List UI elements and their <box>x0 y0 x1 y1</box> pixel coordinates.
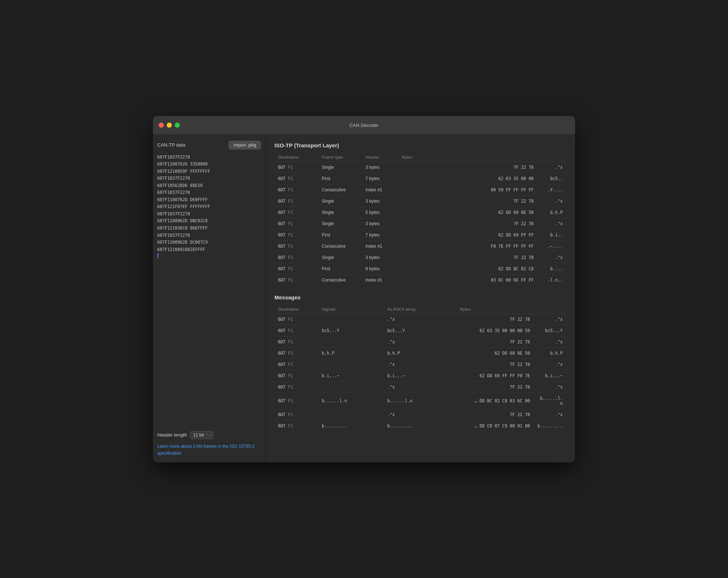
header-cell: Index #1 <box>362 240 398 252</box>
msg-ascii-str-cell: ."x <box>384 314 456 325</box>
col-header-bytes: Bytes <box>398 153 537 162</box>
dest-cell: 607 F1 <box>274 274 318 286</box>
table-row: 607 F1 b.i...~ b.i...~ 62 DD 69 FF FF F0… <box>274 370 566 381</box>
table-row: 607 F1 Single 3 bytes 7F 22 78 ."x <box>274 195 566 207</box>
bytes-cell: 7F 22 78 <box>398 162 537 173</box>
messages-section-title: Messages <box>274 294 566 300</box>
msg-ascii-str-cell: ."x <box>384 409 456 420</box>
dest-sub: F1 <box>288 199 293 204</box>
msg-dest-cell: 607 F1 <box>274 314 318 325</box>
window-title: CAN Decoder <box>349 123 379 128</box>
msg-signals-cell: b.i...~ <box>318 370 384 381</box>
frametype-cell: Single <box>318 252 362 263</box>
dest-main: 607 <box>278 362 285 367</box>
header-length-select-wrapper: 11 bit 29 bit ⌃⌄ <box>190 431 213 439</box>
table-row: 607 F1 Single 3 bytes 7F 22 78 ."x <box>274 218 566 229</box>
table-row: 607 F1 ."x 7F 22 78 ."x <box>274 359 566 370</box>
msg-bytes-cell: 7F 22 78 <box>456 336 534 347</box>
msg-bytes-cell: 7F 22 78 <box>456 381 534 392</box>
iso-tp-section-title: ISO-TP (Transport Layer) <box>274 142 566 148</box>
header-length-row: Header length 11 bit 29 bit ⌃⌄ <box>157 431 261 439</box>
header-length-label: Header length <box>157 432 187 438</box>
frametype-cell: Single <box>318 218 362 229</box>
ascii-cell: b.h.P <box>537 207 566 218</box>
maximize-button[interactable] <box>175 123 180 128</box>
table-row: 607 F1 First 7 bytes 62 63 35 00 00 bc5.… <box>274 173 566 184</box>
col-header-ascii <box>537 153 566 162</box>
msg-dest-cell: 607 F1 <box>274 347 318 359</box>
sidebar-footer: Header length 11 bit 29 bit ⌃⌄ Learn mor… <box>157 431 261 457</box>
msg-ascii-cell: b......l. n <box>534 392 566 409</box>
msg-signals-cell: bc5...Y <box>318 325 384 336</box>
dest-sub: F1 <box>288 278 293 283</box>
dest-cell: 607 F1 <box>274 207 318 218</box>
main-panel: ISO-TP (Transport Layer) Destination Fra… <box>266 135 575 462</box>
list-item: 607F1100962D DBC02C8 <box>157 218 261 225</box>
dest-main: 607 <box>278 278 285 283</box>
ascii-cell: b.... <box>537 263 566 274</box>
frametype-cell: First <box>318 229 362 240</box>
msg-bytes-cell: … DD BC 02 C8 03 6C 00 <box>456 392 534 409</box>
window-controls <box>159 123 180 128</box>
table-row: 607 F1 b......... b......... … DD C0 07 … <box>274 420 566 431</box>
table-row: 607 F1 b......l.n b......l.n … DD BC 02 … <box>274 392 566 409</box>
titlebar: CAN Decoder <box>153 116 575 135</box>
dest-main: 607 <box>278 384 285 390</box>
table-row: 607 F1 Consecutive Index #1 00 59 FF FF … <box>274 184 566 195</box>
frametype-cell: Single <box>318 162 362 173</box>
msg-dest-cell: 607 F1 <box>274 336 318 347</box>
close-button[interactable] <box>159 123 164 128</box>
dest-main: 607 <box>278 165 285 170</box>
dest-main: 607 <box>278 199 285 204</box>
msg-ascii-cell: ."x <box>534 336 566 347</box>
bytes-cell: 62 63 35 00 00 <box>398 173 537 184</box>
minimize-button[interactable] <box>167 123 172 128</box>
dest-sub: F1 <box>288 398 293 403</box>
learn-more-link[interactable]: Learn more about CAN frames in the ISO 1… <box>157 444 254 456</box>
dest-main: 607 <box>278 317 285 322</box>
msg-signals-cell <box>318 314 384 325</box>
msg-col-bytes: Bytes <box>456 305 534 314</box>
list-item: 607F10562DD6 88E50 <box>157 182 261 190</box>
msg-bytes-cell: 62 DD 68 8E 50 <box>456 347 534 359</box>
frametype-cell: Single <box>318 195 362 207</box>
msg-signals-cell <box>318 381 384 392</box>
table-row: 607 F1 Consecutive Index #1 03 6C 00 6E … <box>274 274 566 286</box>
msg-col-signals: Signals <box>318 305 384 314</box>
msg-ascii-str-cell: b......l.n <box>384 392 456 409</box>
msg-dest-cell: 607 F1 <box>274 392 318 409</box>
dest-main: 607 <box>278 423 285 428</box>
msg-dest-cell: 607 F1 <box>274 381 318 392</box>
frametype-cell: Consecutive <box>318 240 362 252</box>
dest-sub: F1 <box>288 317 293 322</box>
table-row: 607 F1 ."x 7F 22 78 ."x <box>274 409 566 420</box>
list-item: 607F121F07EF FFFFFFFF <box>157 203 261 211</box>
msg-col-ascii <box>534 305 566 314</box>
table-row: 607 F1 ."x 7F 22 78 ."x <box>274 381 566 392</box>
dest-sub: F1 <box>288 165 293 170</box>
dest-sub: F1 <box>288 339 293 344</box>
bytes-cell: 62 DD 69 FF FF <box>398 229 537 240</box>
frametype-cell: Consecutive <box>318 274 362 286</box>
data-list: 607F1037F2278 607F11007626 3350000 607F1… <box>157 154 261 427</box>
msg-col-destination: Destination <box>274 305 318 314</box>
col-header-frametype: Frame type <box>318 153 362 162</box>
dest-main: 607 <box>278 351 285 356</box>
table-row: 607 F1 First 9 bytes 62 DD BC 02 C8 b...… <box>274 263 566 274</box>
header-cell: 7 bytes <box>362 229 398 240</box>
dest-sub: F1 <box>288 221 293 226</box>
dest-sub: F1 <box>288 266 293 271</box>
table-row: 607 F1 First 7 bytes 62 DD 69 FF FF b.i.… <box>274 229 566 240</box>
dest-cell: 607 F1 <box>274 195 318 207</box>
messages-table: Destination Signals As ASCII string Byte… <box>274 305 566 431</box>
sidebar: CAN-TP data Import .pklg 607F1037F2278 6… <box>153 135 266 462</box>
list-item: 607F1037F2278 <box>157 154 261 161</box>
col-header-header: Header <box>362 153 398 162</box>
msg-bytes-cell: 7F 22 78 <box>456 409 534 420</box>
dest-sub: F1 <box>288 384 293 390</box>
header-length-select[interactable]: 11 bit 29 bit <box>190 431 213 439</box>
list-item: 607F1037F2278 <box>157 232 261 239</box>
text-cursor <box>158 253 158 258</box>
table-row: 607 F1 b.h.P b.h.P 62 DD 68 8E 50 b.h.P <box>274 347 566 359</box>
import-button[interactable]: Import .pklg <box>229 141 261 150</box>
